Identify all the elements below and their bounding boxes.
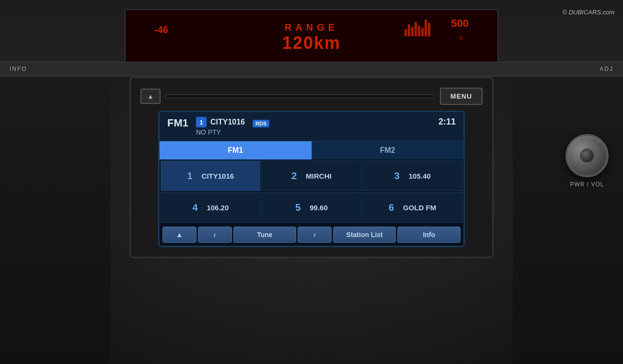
preset-5-station: 99.60 xyxy=(310,204,328,212)
preset-1-number: 1 xyxy=(187,171,197,182)
station-name-row: 1 CITY1016 RDS xyxy=(196,117,438,127)
pty-text: NO PTY xyxy=(196,128,438,136)
pwr-vol-knob[interactable] xyxy=(565,134,609,177)
preset-1-station: CITY1016 xyxy=(202,172,234,180)
gauge-number: 500 xyxy=(451,17,469,30)
preset-6[interactable]: 6 GOLD FM xyxy=(362,192,462,223)
preset-4[interactable]: 4 106.20 xyxy=(161,192,261,223)
car-unit: © DUBICARS.com RANGE 120km 500 n -46 xyxy=(0,0,623,364)
preset-6-number: 6 xyxy=(389,202,398,213)
info-button[interactable]: Info xyxy=(397,227,461,243)
top-controls: ▲ MENU xyxy=(140,88,483,105)
info-label: INFO xyxy=(10,66,27,72)
preset-3[interactable]: 3 105.40 xyxy=(362,160,462,191)
clock-display: 2:11 xyxy=(438,117,456,127)
preset-4-number: 4 xyxy=(192,202,202,213)
preset-5[interactable]: 5 99.60 xyxy=(262,192,362,223)
watermark: © DUBICARS.com xyxy=(562,9,614,16)
preset-3-number: 3 xyxy=(394,171,404,182)
menu-button[interactable]: MENU xyxy=(440,88,483,105)
bottom-buttons: ▲ ‹ Tune › Station List Info xyxy=(160,224,463,246)
main-unit: ▲ MENU FM1 1 CITY1016 RDS NO PTY 2:11 xyxy=(129,77,494,258)
preset-6-station: GOLD FM xyxy=(403,204,436,212)
knob-center xyxy=(580,148,594,163)
rds-badge: RDS xyxy=(253,120,269,127)
tab-fm1[interactable]: FM1 xyxy=(160,141,312,159)
fm-tabs: FM1 FM2 xyxy=(160,141,463,159)
tune-next-button[interactable]: › xyxy=(298,227,332,243)
tune-button[interactable]: Tune xyxy=(233,227,297,243)
preset-1[interactable]: 1 CITY1016 xyxy=(161,160,261,191)
dashboard-info-bar: INFO ADJ xyxy=(0,62,623,75)
dashboard-content: RANGE 120km xyxy=(126,10,497,66)
radio-screen: FM1 1 CITY1016 RDS NO PTY 2:11 FM1 FM2 xyxy=(158,111,465,247)
fm-band-label: FM1 xyxy=(167,117,188,129)
up-button[interactable]: ▲ xyxy=(162,227,196,243)
dashboard-screen: RANGE 120km 500 n -46 xyxy=(125,9,498,67)
range-label: RANGE xyxy=(285,22,338,33)
station-number-badge: 1 xyxy=(196,117,207,127)
tab-fm2[interactable]: FM2 xyxy=(312,141,464,159)
preset-2-number: 2 xyxy=(291,171,301,182)
range-value: 120km xyxy=(282,33,341,53)
gauge-unit: n xyxy=(460,34,463,41)
pwr-vol-label: PWR / VOL xyxy=(570,181,604,188)
preset-2-station: MIRCHI xyxy=(306,172,331,180)
preset-3-station: 105.40 xyxy=(409,172,431,180)
eject-button[interactable]: ▲ xyxy=(140,89,161,104)
preset-5-number: 5 xyxy=(295,202,305,213)
tune-prev-button[interactable]: ‹ xyxy=(198,227,232,243)
preset-4-station: 106.20 xyxy=(207,204,229,212)
preset-grid: 1 CITY1016 2 MIRCHI 3 105.40 4 106.20 5 xyxy=(160,159,463,224)
dashboard-cluster: RANGE 120km 500 n -46 INFO ADJ xyxy=(0,0,623,77)
left-panel xyxy=(0,77,110,364)
station-info: 1 CITY1016 RDS NO PTY xyxy=(196,117,438,136)
cd-slot xyxy=(165,94,435,98)
right-panel: PWR / VOL xyxy=(513,77,623,364)
speed-display: -46 xyxy=(154,24,168,35)
radio-header: FM1 1 CITY1016 RDS NO PTY 2:11 xyxy=(160,112,463,141)
preset-2[interactable]: 2 MIRCHI xyxy=(262,160,362,191)
station-name-text: CITY1016 xyxy=(210,118,245,126)
adj-label: ADJ xyxy=(600,66,613,72)
station-list-button[interactable]: Station List xyxy=(333,227,396,243)
